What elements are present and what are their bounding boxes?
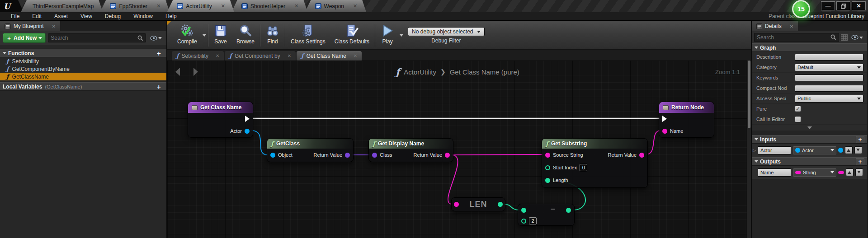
close-window-button[interactable]: ✕ [852,1,866,10]
move-output-up-button[interactable] [846,168,854,176]
asset-tab-actorutility[interactable]: ActorUtility ✕ [167,0,234,12]
close-icon[interactable]: ✕ [216,53,219,58]
function-item-getclassname[interactable]: ƒ GetClassName [0,73,166,80]
graph-section-header[interactable]: Graph [752,43,867,52]
return-value-output-pin[interactable] [445,153,450,158]
restore-button[interactable] [836,1,850,10]
functions-section-header[interactable]: Functions ＋ [0,49,166,57]
node-get-substring[interactable]: ƒ Get Substring Source String Return Val… [542,138,648,188]
input-type-dropdown[interactable]: Actor [793,146,836,154]
start-index-value[interactable]: 0 [580,164,587,171]
back-arrow-icon[interactable] [174,67,184,77]
int-output-pin[interactable] [498,202,503,207]
exec-output-pin[interactable] [245,116,250,122]
compact-node-field[interactable] [795,85,863,92]
length-input-pin[interactable] [545,178,550,183]
call-in-editor-checkbox[interactable] [795,116,801,122]
search-input[interactable] [757,34,830,41]
actor-output-pin[interactable] [245,129,250,134]
menu-window[interactable]: Window [127,13,159,19]
breadcrumb-root[interactable]: ActorUtility [404,68,436,76]
output-type-dropdown[interactable]: String [793,168,836,177]
menu-view[interactable]: View [74,13,99,19]
graph-canvas[interactable]: ƒ ActorUtility ❯ Get Class Name (pure) Z… [167,61,747,238]
close-icon[interactable]: ✕ [221,3,225,9]
graph-tab-get-component-by[interactable]: ƒ Get Component by ✕ [225,51,296,61]
asset-tab-weapon[interactable]: Weapon ✕ [305,0,367,12]
close-icon[interactable]: ✕ [354,53,357,58]
menu-edit[interactable]: Edit [26,13,48,19]
pure-checkbox[interactable]: ✓ [795,106,801,112]
play-button[interactable]: Play [376,23,399,48]
expander-icon[interactable]: ▷ [753,148,756,153]
details-search[interactable] [754,33,839,42]
keywords-field[interactable] [795,75,863,81]
node-return[interactable]: Return Node Name [659,102,714,138]
class-settings-button[interactable]: Class Settings [286,23,330,48]
node-len[interactable]: LEN [451,197,505,211]
int-input-b-pin[interactable] [521,219,526,224]
access-specifier-dropdown[interactable]: Public [795,95,863,103]
name-input-pin[interactable] [662,129,667,134]
unreal-logo[interactable]: U [0,0,24,12]
class-defaults-button[interactable]: Class Defaults [330,23,374,48]
menu-debug[interactable]: Debug [99,13,127,19]
move-input-down-button[interactable] [854,146,862,154]
input-name-field[interactable]: Actor [758,146,791,154]
close-icon[interactable]: ✕ [294,3,298,9]
node-get-display-name[interactable]: ƒ Get Display Name Class Return Value [368,138,453,162]
add-output-button[interactable]: ＋ [856,158,864,165]
close-icon[interactable]: ✕ [790,24,793,29]
node-get-class-name-entry[interactable]: Get Class Name Actor [188,102,253,138]
menu-help[interactable]: Help [159,13,183,19]
scrollbar-thumb[interactable] [748,61,750,128]
save-button[interactable]: Save [209,23,232,48]
compile-button[interactable]: Compile [173,23,202,48]
category-dropdown[interactable]: Default [795,64,863,71]
node-getclass[interactable]: ƒ GetClass Object Return Value [267,138,354,162]
local-variables-section-header[interactable]: Local Variables (GetClassName) ＋ [0,82,166,91]
output-name-field[interactable]: Name [758,168,791,177]
close-icon[interactable]: ✕ [52,24,56,29]
return-value-output-pin[interactable] [345,153,350,158]
int-input-a-pin[interactable] [521,208,526,213]
property-matrix-icon[interactable] [841,34,848,41]
description-field[interactable] [795,54,863,61]
move-input-up-button[interactable] [845,146,853,154]
visibility-filter-button[interactable] [148,34,164,42]
function-item-setvisibility[interactable]: ƒ Setvisibility [0,57,166,65]
function-item-getcomponentbyname[interactable]: ƒ GetComponentByName [0,65,166,73]
add-function-button[interactable]: ＋ [154,51,164,56]
close-icon[interactable]: ✕ [288,53,291,58]
forward-arrow-icon[interactable] [190,67,200,77]
blueprint-search[interactable] [48,33,146,42]
details-tab[interactable]: Details ✕ [752,21,798,31]
add-input-button[interactable]: ＋ [856,136,864,143]
close-icon[interactable]: ✕ [353,3,357,9]
int-output-pin[interactable] [566,208,571,213]
menu-asset[interactable]: Asset [48,13,74,19]
debug-object-dropdown[interactable]: No debug object selected [408,27,484,36]
close-icon[interactable]: ✕ [156,3,160,9]
add-new-button[interactable]: ＋ Add New [3,33,46,43]
expand-advanced-row[interactable] [752,125,867,131]
inputs-section-header[interactable]: Inputs ＋ [752,135,867,144]
exec-input-pin[interactable] [662,116,667,122]
chevron-down-icon[interactable] [203,34,206,38]
start-index-input-pin[interactable] [545,165,550,170]
my-blueprint-tab[interactable]: My Blueprint ✕ [0,21,60,31]
search-input[interactable] [51,35,137,41]
asset-tab-thirdpersonexamplemap[interactable]: ThirdPersonExampleMap [21,0,103,12]
graph-tab-get-class-name[interactable]: ƒ Get Class Name ✕ [297,51,362,61]
graph-tab-setvisibility[interactable]: ƒ Setvisibility ✕ [172,51,224,61]
source-string-input-pin[interactable] [545,153,550,158]
class-input-pin[interactable] [372,153,377,158]
move-output-down-button[interactable] [855,168,863,176]
browse-button[interactable]: Browse [232,23,259,48]
chevron-down-icon[interactable] [400,34,403,38]
subtract-value[interactable]: 2 [529,217,537,224]
details-view-options-button[interactable] [849,33,865,42]
graph-vertical-scrollbar[interactable] [747,61,751,238]
find-button[interactable]: Find [261,23,284,48]
add-local-variable-button[interactable]: ＋ [154,84,164,89]
